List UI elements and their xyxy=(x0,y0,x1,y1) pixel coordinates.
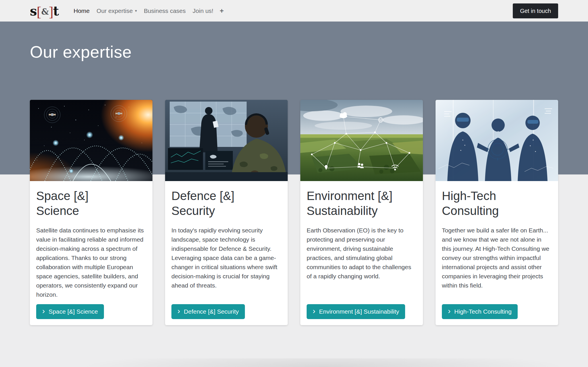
card-title: Space [&]Science xyxy=(36,189,146,218)
card-link-button[interactable]: › Space [&] Science xyxy=(36,304,104,319)
expertise-card: Space [&]Science Satellite data continue… xyxy=(30,100,152,325)
logo-close-bracket: ] xyxy=(49,5,53,19)
navbar: s[&]t HomeOur expertise▾Business casesJo… xyxy=(0,0,588,22)
card-link-button[interactable]: › High-Tech Consulting xyxy=(442,304,518,319)
earth-satellite-network-image xyxy=(30,100,152,181)
chevron-right-icon: › xyxy=(42,307,45,315)
card-description: Earth Observation (EO) is the key to pro… xyxy=(307,226,417,281)
card-description: In today's rapidly evolving security lan… xyxy=(171,226,281,290)
nav-item-join-us[interactable]: Join us! xyxy=(189,0,217,22)
logo-ampersand: & xyxy=(41,7,49,17)
tech-silhouettes-image xyxy=(436,100,558,181)
expertise-card: Environment [&]Sustainability Earth Obse… xyxy=(300,100,423,325)
card-link-button[interactable]: › Environment [&] Sustainability xyxy=(307,304,405,319)
logo-letter-t: t xyxy=(53,5,59,18)
card-title: High-TechConsulting xyxy=(442,189,552,218)
card-button-label: High-Tech Consulting xyxy=(454,308,512,315)
page-title: Our expertise xyxy=(30,22,558,61)
nav-item-label: Home xyxy=(74,0,90,22)
card-title: Environment [&]Sustainability xyxy=(307,189,417,218)
nav-item-label: Join us! xyxy=(193,0,213,22)
nav-item-label: Business cases xyxy=(144,0,186,22)
chevron-right-icon: › xyxy=(313,307,315,315)
landscape-network-image xyxy=(300,100,423,181)
tech-silhouettes-art xyxy=(436,100,558,181)
card-link-button[interactable]: › Defence [&] Security xyxy=(171,304,245,319)
card-description: Together we build a safer life on Earth.… xyxy=(442,226,552,290)
logo-open-bracket: [ xyxy=(37,5,41,19)
military-control-room-art xyxy=(165,100,288,181)
landscape-network-art xyxy=(300,100,423,181)
earth-satellite-network-art xyxy=(30,100,152,181)
nav-item-home[interactable]: Home xyxy=(70,0,93,22)
caret-down-icon: ▾ xyxy=(135,0,137,22)
card-button-label: Environment [&] Sustainability xyxy=(319,308,399,315)
logo[interactable]: s[&]t xyxy=(30,4,59,18)
nav-item-business-cases[interactable]: Business cases xyxy=(140,0,189,22)
main-nav: HomeOur expertise▾Business casesJoin us!… xyxy=(70,0,227,22)
card-button-label: Space [&] Science xyxy=(49,308,98,315)
bottom-shadow xyxy=(0,358,588,367)
nav-item-our-expertise[interactable]: Our expertise▾ xyxy=(93,0,140,22)
expertise-card: Defence [&]Security In today's rapidly e… xyxy=(165,100,288,325)
nav-item-more[interactable]: + xyxy=(217,0,227,22)
card-title: Defence [&]Security xyxy=(171,189,281,218)
get-in-touch-button[interactable]: Get in touch xyxy=(513,3,558,18)
expertise-card: High-TechConsulting Together we build a … xyxy=(436,100,558,325)
military-control-room-image xyxy=(165,100,288,181)
chevron-right-icon: › xyxy=(448,307,450,315)
chevron-right-icon: › xyxy=(177,307,180,315)
card-description: Satellite data continues to emphasise it… xyxy=(36,226,146,299)
plus-icon: + xyxy=(220,0,224,22)
card-button-label: Defence [&] Security xyxy=(184,308,239,315)
logo-letter-s: s xyxy=(30,5,37,18)
cards-row: Space [&]Science Satellite data continue… xyxy=(30,100,558,325)
nav-item-label: Our expertise xyxy=(96,0,133,22)
